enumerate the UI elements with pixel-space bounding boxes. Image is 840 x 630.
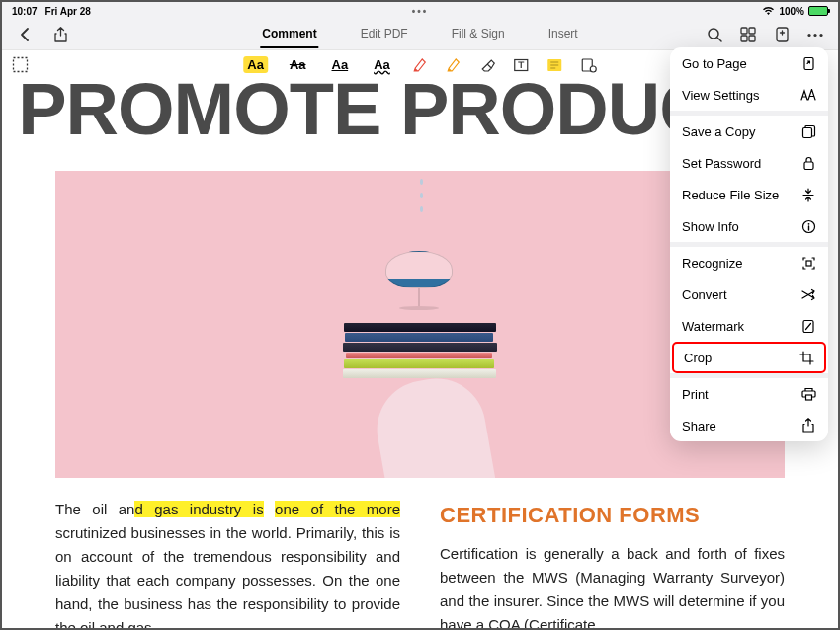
menu-print[interactable]: Print bbox=[670, 378, 828, 410]
more-icon[interactable] bbox=[806, 26, 824, 43]
back-button[interactable] bbox=[16, 26, 34, 43]
textbox-tool[interactable] bbox=[513, 57, 529, 73]
goto-icon bbox=[800, 55, 816, 71]
svg-rect-1 bbox=[741, 28, 747, 34]
svg-rect-19 bbox=[806, 261, 811, 266]
convert-icon bbox=[800, 286, 816, 302]
watermark-icon bbox=[800, 318, 816, 334]
pen-red-tool[interactable] bbox=[412, 57, 428, 73]
share-icon[interactable] bbox=[51, 26, 69, 43]
svg-rect-15 bbox=[802, 127, 811, 137]
svg-point-6 bbox=[807, 33, 810, 36]
menu-view-settings[interactable]: View Settings bbox=[670, 79, 828, 111]
grid-icon[interactable] bbox=[739, 26, 757, 43]
underlined-text: oil and gas bbox=[80, 619, 152, 628]
search-icon[interactable] bbox=[706, 26, 723, 43]
menu-share[interactable]: Share bbox=[670, 410, 828, 441]
menu-save-copy[interactable]: Save a Copy bbox=[670, 116, 828, 147]
tab-bar: Comment Edit PDF Fill & Sign Insert bbox=[260, 21, 579, 48]
battery-icon bbox=[808, 6, 828, 16]
menu-set-password[interactable]: Set Password bbox=[670, 147, 828, 179]
share-menu-icon bbox=[800, 418, 816, 433]
svg-rect-16 bbox=[804, 162, 813, 170]
menu-crop[interactable]: Crop bbox=[672, 342, 826, 373]
strikethrough-tool[interactable]: Aa bbox=[286, 56, 310, 73]
note-tool[interactable] bbox=[546, 58, 562, 72]
tab-insert[interactable]: Insert bbox=[546, 21, 580, 48]
text-settings-icon bbox=[800, 87, 816, 103]
menu-show-info[interactable]: Show Info bbox=[670, 210, 828, 242]
svg-point-18 bbox=[807, 222, 809, 224]
svg-rect-14 bbox=[804, 57, 813, 69]
section-body: Certification is generally a back and fo… bbox=[440, 542, 785, 628]
more-menu: Go to Page View Settings Save a Copy Set… bbox=[670, 47, 828, 441]
status-bar: 10:07 Fri Apr 28 ••• 100% bbox=[2, 2, 838, 20]
svg-rect-21 bbox=[805, 395, 811, 400]
svg-rect-3 bbox=[741, 36, 747, 41]
print-icon bbox=[800, 386, 816, 402]
bookmark-icon[interactable] bbox=[773, 26, 791, 43]
svg-point-7 bbox=[813, 33, 816, 36]
svg-rect-9 bbox=[14, 58, 28, 72]
eraser-tool[interactable] bbox=[479, 57, 495, 73]
squiggly-tool[interactable]: Aa bbox=[370, 56, 394, 73]
tab-edit-pdf[interactable]: Edit PDF bbox=[359, 21, 410, 48]
tab-comment[interactable]: Comment bbox=[260, 21, 318, 48]
highlighted-text: one of the more bbox=[275, 501, 400, 517]
crop-icon bbox=[798, 350, 814, 365]
compress-icon bbox=[800, 187, 816, 202]
highlight-tool[interactable]: Aa bbox=[243, 56, 268, 73]
menu-watermark[interactable]: Watermark bbox=[670, 310, 828, 342]
svg-point-8 bbox=[819, 33, 822, 36]
lock-icon bbox=[800, 155, 816, 171]
body-column-right: CERTIFICATION FORMS Certification is gen… bbox=[440, 498, 785, 628]
menu-convert[interactable]: Convert bbox=[670, 278, 828, 310]
battery-percent: 100% bbox=[779, 6, 804, 17]
tab-fill-sign[interactable]: Fill & Sign bbox=[450, 21, 507, 48]
menu-goto-page[interactable]: Go to Page bbox=[670, 47, 828, 79]
stamp-tool[interactable] bbox=[580, 57, 597, 73]
section-heading: CERTIFICATION FORMS bbox=[440, 498, 785, 532]
svg-rect-4 bbox=[749, 36, 755, 41]
svg-rect-2 bbox=[749, 28, 755, 34]
svg-point-13 bbox=[590, 66, 596, 72]
highlighted-text: d gas industry is bbox=[134, 501, 263, 517]
menu-reduce-size[interactable]: Reduce File Size bbox=[670, 179, 828, 210]
info-icon bbox=[800, 218, 816, 234]
menu-recognize[interactable]: Recognize bbox=[670, 247, 828, 278]
top-toolbar: Comment Edit PDF Fill & Sign Insert bbox=[2, 20, 838, 49]
save-copy-icon bbox=[800, 123, 816, 139]
status-time: 10:07 bbox=[12, 6, 38, 17]
status-date: Fri Apr 28 bbox=[45, 6, 91, 17]
selection-tool[interactable] bbox=[12, 56, 29, 73]
pen-orange-tool[interactable] bbox=[446, 57, 462, 73]
body-column-left: The oil and gas industry is one of the m… bbox=[55, 498, 400, 628]
underline-tool[interactable]: Aa bbox=[328, 56, 353, 73]
multitask-dots[interactable]: ••• bbox=[412, 6, 429, 17]
wifi-icon bbox=[762, 6, 775, 16]
ocr-icon bbox=[800, 255, 816, 271]
